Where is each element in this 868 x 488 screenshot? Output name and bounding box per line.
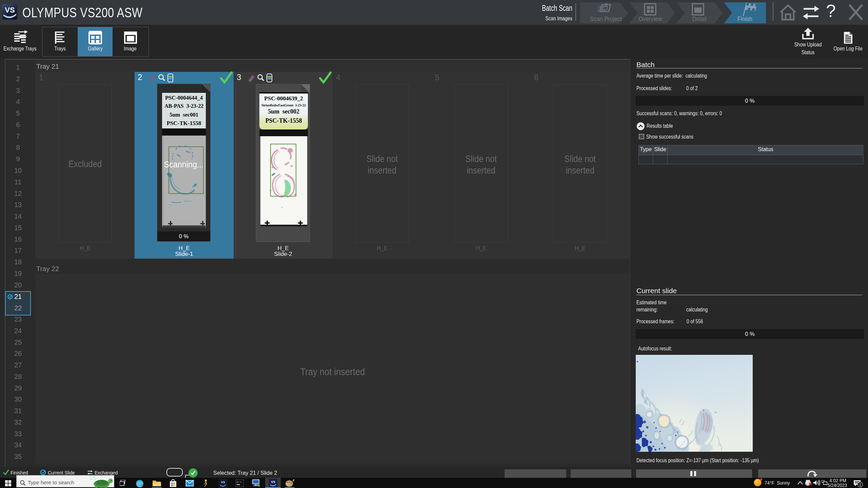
svg-text:VS: VS (221, 481, 225, 484)
svg-text:VS: VS (271, 480, 275, 484)
svg-text:C:\: C:\ (237, 481, 242, 484)
svg-text:1: 1 (859, 483, 861, 487)
